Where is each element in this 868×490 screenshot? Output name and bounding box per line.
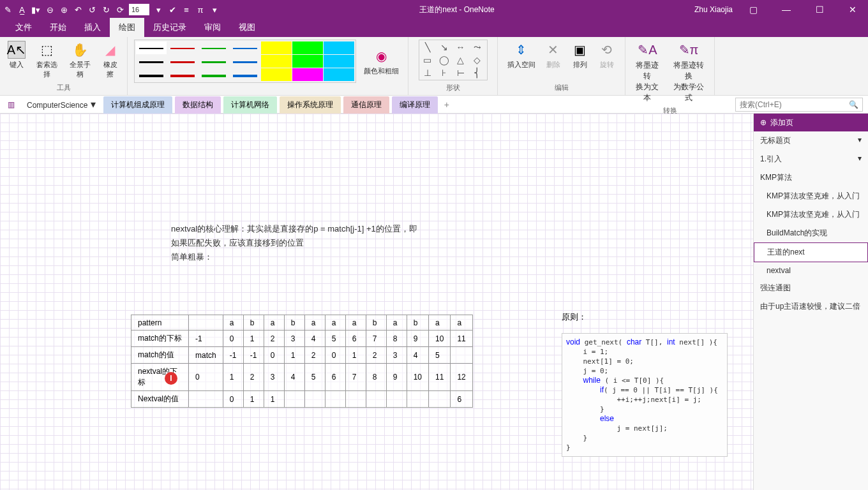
list-icon[interactable]: ≡ bbox=[181, 4, 191, 15]
table-cell[interactable]: 6 bbox=[451, 391, 472, 408]
zoom-out-icon[interactable]: ⊖ bbox=[45, 4, 55, 15]
menu-insert[interactable]: 插入 bbox=[75, 18, 110, 37]
diamond-shape[interactable]: ◇ bbox=[470, 54, 484, 66]
table-cell[interactable]: 2 bbox=[243, 364, 264, 391]
search-box[interactable]: 🔍 bbox=[735, 98, 863, 112]
table-cell[interactable]: a bbox=[264, 315, 284, 330]
highlight-icon[interactable]: ▮▾ bbox=[31, 4, 41, 15]
table-cell[interactable]: 8 bbox=[366, 364, 386, 391]
table-cell[interactable]: 10 bbox=[429, 330, 451, 347]
color-thickness-button[interactable]: ◉颜色和粗细 bbox=[361, 46, 401, 77]
table-cell[interactable] bbox=[451, 347, 472, 364]
dropdown-icon[interactable]: ▾ bbox=[153, 4, 163, 15]
search-icon[interactable]: 🔍 bbox=[849, 100, 858, 109]
page-item[interactable]: KMP算法攻坚克难，从入门 bbox=[754, 187, 868, 205]
search-input[interactable] bbox=[740, 100, 849, 109]
table-cell[interactable]: -1 bbox=[189, 330, 223, 347]
table-cell[interactable]: 2 bbox=[304, 347, 325, 364]
table-cell[interactable]: 7 bbox=[366, 330, 386, 347]
minimize-button[interactable]: — bbox=[774, 0, 799, 19]
note-table[interactable]: patternababaaababaamatch的下标-101234567891… bbox=[131, 315, 473, 408]
ink-to-text-button[interactable]: ✎A将墨迹转换为文本 bbox=[631, 40, 664, 105]
add-page-button[interactable]: ⊕添加页 bbox=[754, 114, 868, 131]
section-tab-4[interactable]: 通信原理 bbox=[343, 96, 389, 114]
add-section-button[interactable]: + bbox=[440, 100, 453, 110]
table-cell[interactable]: 1 bbox=[243, 391, 264, 408]
table-cell[interactable]: 8 bbox=[386, 330, 407, 347]
eraser-button[interactable]: ◢橡皮擦 bbox=[98, 40, 122, 80]
table-cell[interactable]: 4 bbox=[304, 330, 325, 347]
pan-button[interactable]: ✋全景手柄 bbox=[65, 40, 94, 80]
menu-home[interactable]: 开始 bbox=[41, 18, 75, 37]
menu-history[interactable]: 历史记录 bbox=[144, 18, 195, 37]
rect-shape[interactable]: ▭ bbox=[421, 54, 435, 66]
table-cell[interactable] bbox=[366, 391, 386, 408]
section-tab-1[interactable]: 数据结构 bbox=[175, 96, 221, 114]
maximize-button[interactable]: ☐ bbox=[807, 0, 832, 19]
table-cell[interactable]: -1 bbox=[243, 347, 264, 364]
section-tab-0[interactable]: 计算机组成原理 bbox=[103, 96, 172, 114]
section-tab-5[interactable]: 编译原理 bbox=[392, 96, 438, 114]
table-cell[interactable]: match的下标 bbox=[131, 330, 189, 347]
table-cell[interactable]: 3 bbox=[264, 364, 284, 391]
table-cell[interactable]: 1 bbox=[243, 330, 264, 347]
axis2-shape[interactable]: ⊦ bbox=[437, 67, 451, 78]
biarrow-shape[interactable]: ↔ bbox=[454, 41, 468, 53]
text-icon[interactable]: A̲ bbox=[17, 4, 27, 15]
table-cell[interactable]: 9 bbox=[407, 330, 428, 347]
back-icon[interactable]: ↶ bbox=[73, 4, 83, 15]
menu-review[interactable]: 审阅 bbox=[195, 18, 230, 37]
notebook-icon[interactable]: ▥ bbox=[5, 99, 17, 110]
table-cell[interactable]: 11 bbox=[429, 364, 451, 391]
font-size-input[interactable] bbox=[129, 4, 149, 15]
table-cell[interactable]: a bbox=[345, 315, 366, 330]
table-cell[interactable]: 0 bbox=[223, 391, 243, 408]
line-shape[interactable]: ╲ bbox=[421, 41, 435, 53]
lasso-button[interactable]: ⬚套索选择 bbox=[32, 40, 61, 80]
table-cell[interactable]: match bbox=[189, 347, 223, 364]
table-cell[interactable]: 10 bbox=[407, 364, 428, 391]
oval-shape[interactable]: ◯ bbox=[437, 54, 451, 66]
table-cell[interactable]: a bbox=[223, 315, 243, 330]
menu-view[interactable]: 视图 bbox=[230, 18, 264, 37]
table-cell[interactable] bbox=[386, 391, 407, 408]
table-cell[interactable]: 1 bbox=[345, 347, 366, 364]
table-cell[interactable]: 1 bbox=[284, 347, 304, 364]
table-cell[interactable]: 1 bbox=[223, 364, 243, 391]
table-cell[interactable]: match的值 bbox=[131, 347, 189, 364]
code-block[interactable]: 原则： void get_next( char T[], int next[] … bbox=[562, 311, 728, 457]
note-canvas[interactable]: nextval的核心理解：其实就是直接存的p = match[j-1] +1的位… bbox=[0, 114, 753, 490]
page-item[interactable]: 王道的next bbox=[754, 242, 868, 262]
table-cell[interactable]: b bbox=[407, 315, 428, 330]
more-icon[interactable]: ▾ bbox=[209, 4, 220, 15]
page-item[interactable]: BuildMatch的实现 bbox=[754, 224, 868, 242]
table-cell[interactable]: a bbox=[304, 315, 325, 330]
table-cell[interactable]: pattern bbox=[131, 315, 189, 330]
note-text[interactable]: nextval的核心理解：其实就是直接存的p = match[j-1] +1的位… bbox=[171, 222, 528, 264]
page-item[interactable]: 由于up主语速较慢，建议二倍 bbox=[754, 297, 868, 316]
curve-shape[interactable]: ⤳ bbox=[470, 41, 484, 53]
table-cell[interactable]: 0 bbox=[223, 330, 243, 347]
table-cell[interactable] bbox=[284, 391, 304, 408]
undo-icon[interactable]: ↺ bbox=[87, 4, 97, 15]
shape-gallery[interactable]: ╲↘↔⤳ ▭◯△◇ ⊥⊦⊢⎨ bbox=[419, 40, 488, 80]
menu-draw[interactable]: 绘图 bbox=[110, 18, 144, 37]
menu-file[interactable]: 文件 bbox=[6, 18, 41, 37]
table-cell[interactable]: 1 bbox=[264, 391, 284, 408]
table-cell[interactable]: 5 bbox=[429, 347, 451, 364]
table-cell[interactable]: 4 bbox=[284, 364, 304, 391]
table-cell[interactable]: nextval的下标 bbox=[131, 364, 189, 391]
table-cell[interactable] bbox=[189, 391, 223, 408]
table-cell[interactable]: a bbox=[451, 315, 472, 330]
page-item[interactable]: 强连通图 bbox=[754, 279, 868, 297]
table-cell[interactable]: 0 bbox=[325, 347, 345, 364]
edit-icon[interactable]: ✎ bbox=[3, 4, 13, 15]
user-name[interactable]: Zhu Xiaojia bbox=[694, 5, 733, 14]
rotate-button[interactable]: ⟲旋转 bbox=[595, 40, 618, 71]
pen-gallery[interactable] bbox=[134, 40, 356, 83]
table-cell[interactable] bbox=[407, 391, 428, 408]
insert-space-button[interactable]: ⇕插入空间 bbox=[505, 40, 538, 71]
page-item[interactable]: KMP算法攻坚克难，从入门 bbox=[754, 205, 868, 224]
table-cell[interactable] bbox=[345, 391, 366, 408]
table-cell[interactable]: 0 bbox=[264, 347, 284, 364]
